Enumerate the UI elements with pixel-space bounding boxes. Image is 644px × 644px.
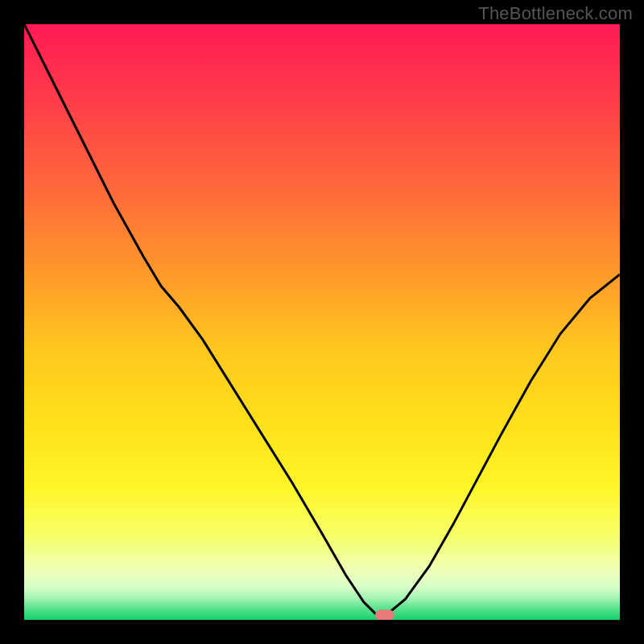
optimal-point-marker — [375, 610, 394, 620]
plot-area — [24, 24, 620, 620]
bottleneck-curve-path — [24, 24, 620, 614]
chart-frame: TheBottleneck.com — [0, 0, 644, 644]
watermark-label: TheBottleneck.com — [478, 3, 633, 24]
bottleneck-curve-svg — [24, 24, 620, 620]
